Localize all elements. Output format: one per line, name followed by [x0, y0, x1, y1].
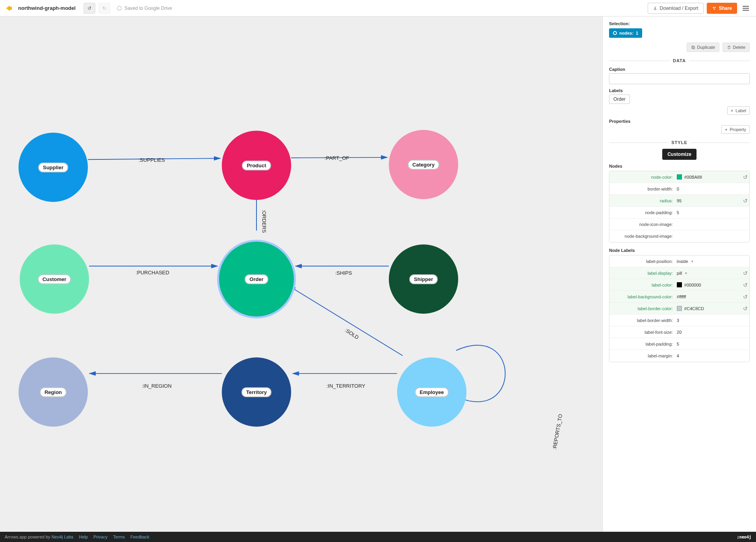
style-prop-value[interactable]: #000000 [675, 282, 741, 287]
node-label: Customer [38, 274, 71, 284]
graph-node-territory[interactable]: Territory [222, 357, 291, 427]
node-labels-header: Node Labels [609, 248, 750, 253]
style-prop-row[interactable]: label-background-color:#ffffff↺ [609, 291, 749, 303]
labels-label: Labels [609, 88, 750, 93]
style-prop-row[interactable]: border-width:0 [609, 183, 749, 195]
style-prop-row[interactable]: label-display:pill▾↺ [609, 267, 749, 279]
properties-label: Properties [609, 119, 750, 124]
style-prop-key: border-width: [609, 187, 675, 191]
footer-feedback-link[interactable]: Feedback [130, 535, 149, 539]
style-prop-key: label-display: [609, 271, 675, 276]
footer-neo4j-labs-link[interactable]: Neo4j Labs [52, 535, 74, 539]
share-button[interactable]: Share [707, 3, 737, 14]
footer-terms-link[interactable]: Terms [113, 535, 125, 539]
style-prop-row[interactable]: label-border-color:#C4C8CD↺ [609, 303, 749, 314]
graph-node-product[interactable]: Product [222, 131, 291, 200]
add-label-button[interactable]: + Label [727, 106, 750, 115]
style-prop-key: label-border-width: [609, 318, 675, 323]
graph-node-shipper[interactable]: Shipper [389, 244, 458, 314]
svg-line-8 [289, 286, 403, 355]
svg-rect-12 [693, 46, 695, 49]
graph-node-region[interactable]: Region [19, 357, 88, 427]
properties-sidebar: Selection: nodes: 1 Duplicate Delete D [602, 17, 756, 532]
download-export-button[interactable]: Download / Export [648, 3, 704, 14]
style-prop-value[interactable]: 5 [675, 342, 741, 346]
graph-node-order[interactable]: Order [219, 242, 294, 316]
edge-label[interactable]: :IN_REGION [142, 383, 171, 389]
style-prop-value[interactable]: 95 [675, 198, 741, 203]
label-chip[interactable]: Order [609, 94, 630, 104]
style-prop-row[interactable]: radius:95↺ [609, 195, 749, 207]
footer-privacy-link[interactable]: Privacy [93, 535, 108, 539]
style-prop-key: label-background-color: [609, 294, 675, 299]
style-prop-value[interactable]: 0 [675, 187, 741, 191]
revert-button[interactable]: ↺ [741, 282, 749, 288]
color-swatch[interactable] [677, 282, 682, 287]
undo-button[interactable]: ↺ [84, 3, 95, 14]
edge-label[interactable]: :SOLD [344, 327, 360, 340]
selection-title: Selection: [609, 21, 750, 26]
color-swatch[interactable] [677, 306, 682, 311]
selection-nodes-badge[interactable]: nodes: 1 [609, 28, 642, 38]
style-prop-row[interactable]: label-padding:5 [609, 338, 749, 350]
duplicate-button[interactable]: Duplicate [687, 43, 719, 52]
revert-button[interactable]: ↺ [741, 270, 749, 276]
graph-canvas[interactable]: SupplierProductCategoryCustomerOrderShip… [0, 17, 602, 532]
style-prop-value[interactable]: inside▾ [675, 259, 741, 264]
delete-button[interactable]: Delete [723, 43, 750, 52]
edge-label[interactable]: :IN_TERRITORY [327, 383, 365, 389]
node-label: Region [40, 387, 67, 397]
caption-input[interactable] [609, 73, 750, 84]
node-label: Category [408, 160, 439, 170]
style-prop-value[interactable]: #C4C8CD [675, 306, 741, 311]
style-prop-key: node-icon-image: [609, 222, 675, 227]
color-swatch[interactable] [677, 174, 682, 179]
style-prop-value[interactable]: #ffffff [675, 294, 741, 299]
edge-label[interactable]: :PURCHASED [136, 270, 169, 276]
style-prop-key: label-position: [609, 259, 675, 264]
gdrive-icon [117, 6, 122, 11]
graph-node-customer[interactable]: Customer [20, 244, 89, 314]
edge-label[interactable]: :PART_OF [325, 155, 349, 161]
style-prop-row[interactable]: node-icon-image: [609, 218, 749, 230]
svg-point-1 [714, 7, 715, 8]
duplicate-icon [691, 45, 695, 50]
neo4j-logo: ;neo4j [737, 535, 751, 540]
style-section-header: STYLE [671, 140, 687, 145]
style-prop-row[interactable]: node-background-image: [609, 230, 749, 242]
chevron-down-icon: ▾ [685, 271, 687, 275]
edge-label[interactable]: :ORDERS [261, 209, 267, 233]
style-prop-value[interactable]: pill▾ [675, 271, 741, 276]
edge-label[interactable]: :REPORTS_TO [552, 414, 564, 450]
customize-button[interactable]: Customize [662, 149, 697, 160]
style-prop-row[interactable]: label-font-size:20 [609, 326, 749, 338]
footer-help-link[interactable]: Help [79, 535, 88, 539]
revert-button[interactable]: ↺ [741, 174, 749, 180]
edge-label[interactable]: :SUPPLIES [138, 157, 165, 163]
style-prop-row[interactable]: label-margin:4 [609, 350, 749, 362]
style-prop-row[interactable]: node-padding:5 [609, 207, 749, 218]
style-prop-value[interactable]: 20 [675, 330, 741, 335]
style-prop-row[interactable]: node-color:#00BA88↺ [609, 171, 749, 183]
style-prop-value[interactable]: 5 [675, 210, 741, 215]
redo-button[interactable]: ↻ [98, 3, 110, 14]
node-dot-icon [613, 31, 617, 35]
revert-button[interactable]: ↺ [741, 305, 749, 312]
style-prop-row[interactable]: label-position:inside▾ [609, 255, 749, 267]
style-prop-row[interactable]: label-color:#000000↺ [609, 279, 749, 291]
style-prop-row[interactable]: label-border-width:3 [609, 314, 749, 326]
revert-button[interactable]: ↺ [741, 294, 749, 300]
menu-button[interactable] [740, 3, 751, 14]
style-prop-value[interactable]: #00BA88 [675, 174, 741, 179]
add-property-button[interactable]: + Property [721, 125, 750, 134]
style-prop-value[interactable]: 3 [675, 318, 741, 323]
graph-node-employee[interactable]: Employee [397, 357, 466, 427]
node-label: Employee [415, 387, 448, 397]
edge-label[interactable]: :SHIPS [335, 270, 352, 276]
graph-node-supplier[interactable]: Supplier [19, 133, 88, 202]
document-title[interactable]: northwind-graph-model [18, 5, 76, 11]
style-prop-key: label-margin: [609, 353, 675, 358]
revert-button[interactable]: ↺ [741, 198, 749, 204]
graph-node-category[interactable]: Category [389, 130, 458, 199]
style-prop-value[interactable]: 4 [675, 353, 741, 358]
